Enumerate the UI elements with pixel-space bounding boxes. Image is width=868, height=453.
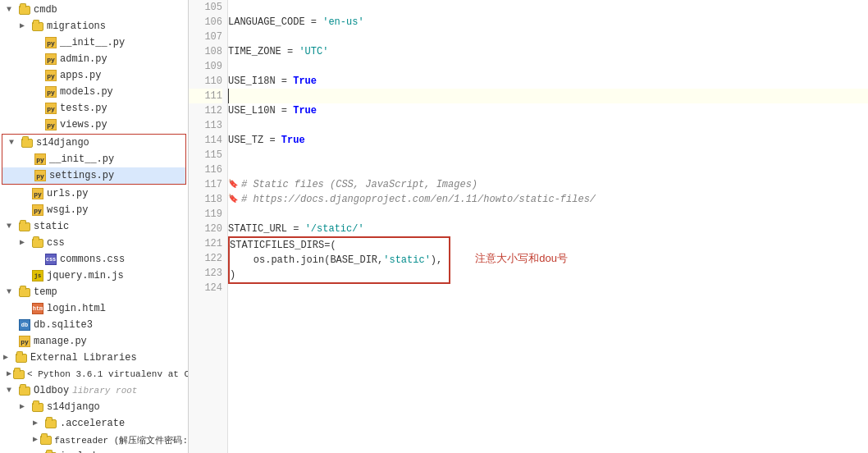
tree-item-login[interactable]: htm login.html (0, 300, 188, 317)
code-line-106: LANGUAGE_CODE = 'en-us' (228, 15, 868, 30)
py-icon4: py (44, 86, 57, 98)
label-tests: tests.py (60, 103, 107, 114)
ln-121: 121 (189, 236, 222, 251)
annotation-container: 注意大小写和dou号 (475, 236, 568, 281)
label-settings: settings.py (49, 170, 114, 181)
folder-icon-oldboy (18, 385, 31, 396)
code-line-113 (228, 118, 868, 133)
py-icon: py (44, 37, 57, 48)
arrow-ext (3, 353, 13, 363)
tree-item-admin[interactable]: py admin.py (0, 51, 188, 67)
file-tree[interactable]: cmdb migrations py __init__.py py admin.… (0, 0, 189, 453)
tree-item-init-s14[interactable]: py __init__.py (2, 151, 185, 167)
tree-item-init-cmdb[interactable]: py __init__.py (0, 34, 188, 51)
label-accelerate: .accelerate (60, 418, 125, 429)
arrow-temp (7, 287, 16, 297)
folder-icon-accelerate (44, 418, 57, 429)
py-icon6: py (44, 119, 57, 130)
tree-item-commons-css[interactable]: css commons.css (0, 251, 188, 268)
tree-item-python[interactable]: < Python 3.6.1 virtualenv at C:\abccdx (0, 366, 188, 382)
editor-content: 105 106 107 108 109 110 111 112 113 114 … (189, 0, 868, 453)
label-python: < Python 3.6.1 virtualenv at C:\abccdx (27, 369, 189, 379)
tree-item-cmdb[interactable]: cmdb (0, 2, 188, 18)
tree-item-tests[interactable]: py tests.py (0, 100, 188, 117)
label-manage: manage.py (34, 336, 87, 347)
code-line-108: TIME_ZONE = 'UTC' (228, 44, 868, 59)
tree-item-settings[interactable]: py settings.py (2, 167, 185, 184)
ln-118: 118 (189, 192, 222, 207)
ln-115: 115 (189, 148, 222, 162)
tree-item-oldboy[interactable]: Oldboy library root (0, 382, 188, 399)
tree-item-temp[interactable]: temp (0, 284, 188, 300)
label-ext: External Libraries (30, 352, 137, 364)
tree-item-migrations[interactable]: migrations (0, 18, 188, 34)
tree-item-apps[interactable]: py apps.py (0, 67, 188, 84)
label-views: views.py (60, 119, 107, 130)
tree-item-manage[interactable]: py manage.py (0, 333, 188, 350)
label-db: db.sqlite3 (34, 319, 93, 331)
arrow-s14django (9, 138, 19, 148)
folder-icon-s14django (21, 137, 34, 149)
line-numbers: 105 106 107 108 109 110 111 112 113 114 … (189, 0, 228, 453)
tree-item-wsgi[interactable]: py wsgi.py (0, 202, 188, 218)
tree-item-static[interactable]: static (0, 218, 188, 235)
arrow-cmdb (7, 5, 16, 15)
code-editor: 105 106 107 108 109 110 111 112 113 114 … (189, 0, 868, 453)
tree-item-fastreader[interactable]: fastreader (解压缩文件密码: (0, 432, 188, 448)
code-line-116 (228, 162, 868, 177)
code-line-115 (228, 148, 868, 162)
label-cmdb: cmdb (34, 4, 57, 16)
folder-icon-cmdb (18, 4, 31, 16)
label-urls: urls.py (47, 188, 88, 199)
tree-item-models[interactable]: py models.py (0, 84, 188, 100)
ln-105: 105 (189, 0, 222, 15)
tree-item-include[interactable]: include (0, 448, 188, 453)
label-init-cmdb: __init__.py (60, 37, 125, 48)
tree-item-urls[interactable]: py urls.py (0, 185, 188, 202)
label-admin: admin.py (60, 53, 107, 65)
tree-item-css[interactable]: css (0, 235, 188, 251)
tree-item-accelerate[interactable]: .accelerate (0, 415, 188, 432)
ln-110: 110 (189, 74, 222, 89)
label-models: models.py (60, 86, 113, 98)
folder-icon-ext (15, 352, 28, 364)
label-oldboy-sub: library root (72, 386, 137, 396)
ln-117: 117 (189, 177, 222, 192)
css-icon: css (44, 254, 57, 265)
label-apps: apps.py (60, 70, 101, 81)
code-line-114: USE_TZ = True (228, 133, 868, 148)
py-icon9: py (31, 188, 44, 199)
arrow-s14-2 (20, 402, 30, 412)
arrow-accelerate (33, 419, 43, 428)
tree-item-s14django[interactable]: s14django (2, 135, 185, 151)
ln-120: 120 (189, 222, 222, 236)
tree-item-db[interactable]: db db.sqlite3 (0, 317, 188, 333)
tree-item-jquery[interactable]: js jquery.min.js (0, 268, 188, 284)
html-icon: htm (31, 303, 44, 314)
folder-icon-temp (18, 286, 31, 298)
code-line-123: ) (230, 268, 449, 282)
arrow-python (7, 369, 11, 379)
ln-114: 114 (189, 133, 222, 148)
code-wrapper[interactable]: LANGUAGE_CODE = 'en-us' TIME_ZONE = 'UTC… (228, 0, 868, 453)
arrow-oldboy (7, 386, 16, 396)
ln-123: 123 (189, 266, 222, 281)
py-icon11: py (18, 336, 31, 347)
arrow-static (7, 222, 16, 231)
arrow-css (20, 238, 30, 248)
js-icon: js (31, 270, 44, 281)
label-migrations: migrations (47, 21, 106, 32)
label-css: css (47, 237, 65, 249)
ln-116: 116 (189, 162, 222, 177)
label-commons-css: commons.css (60, 254, 125, 265)
tree-item-s14-2[interactable]: s14django (0, 399, 188, 415)
tree-item-ext[interactable]: External Libraries (0, 350, 188, 366)
folder-icon-migrations (31, 21, 44, 32)
code-line-118: 🔖# https://docs.djangoproject.com/en/1.1… (228, 192, 868, 207)
tree-item-views[interactable]: py views.py (0, 117, 188, 133)
py-icon10: py (31, 204, 44, 216)
code-line-117: 🔖# Static files (CSS, JavaScript, Images… (228, 177, 868, 192)
code-line-121: STATICFILES_DIRS=( (230, 238, 449, 253)
code-block-red: STATICFILES_DIRS=( os.path.join(BASE_DIR… (228, 236, 450, 284)
code-line-107 (228, 30, 868, 44)
